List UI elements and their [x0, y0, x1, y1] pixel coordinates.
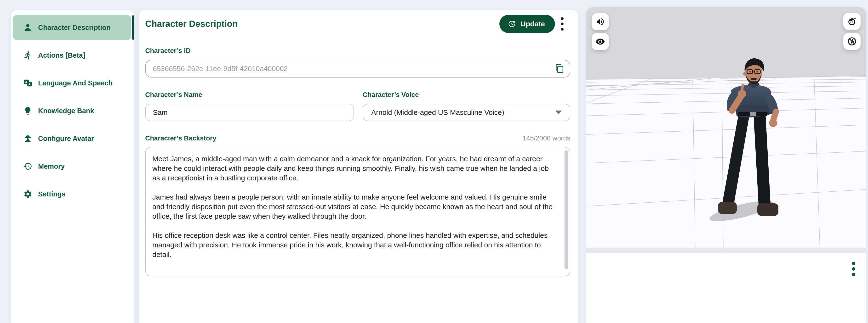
backstory-header-row: Character’s Backstory 145/2000 words [145, 135, 570, 142]
character-voice-field: Character’s Voice Arnold (Middle-aged US… [363, 91, 570, 121]
kebab-menu-icon [852, 261, 856, 277]
svg-text:A: A [25, 80, 28, 84]
update-button[interactable]: Update [499, 15, 555, 33]
sidebar-item-label: Language And Speech [38, 79, 113, 87]
panel-kebab-menu[interactable] [555, 15, 569, 33]
sidebar-item-language-speech[interactable]: A★ Language And Speech [13, 70, 131, 96]
svg-text:★: ★ [28, 82, 31, 86]
avatar-icon [23, 134, 32, 143]
visibility-toggle-button[interactable] [592, 33, 609, 50]
audio-toggle-button[interactable] [592, 13, 609, 30]
lightbulb-icon [23, 106, 32, 115]
kebab-menu-icon [560, 16, 564, 32]
gear-icon [23, 189, 32, 199]
update-icon [507, 20, 516, 28]
update-button-label: Update [521, 20, 545, 28]
sidebar-item-configure-avatar[interactable]: Configure Avatar [13, 126, 131, 151]
avatar-3d-viewport[interactable] [586, 7, 866, 253]
sidebar-item-character-description[interactable]: Character Description [13, 15, 131, 40]
copy-id-button[interactable] [555, 64, 564, 73]
face-animation-button[interactable] [843, 13, 861, 30]
sidebar-item-label: Character Description [38, 24, 111, 32]
panel-header: Character Description Update [139, 10, 578, 38]
backstory-textarea[interactable]: Meet James, a middle-aged man with a cal… [145, 147, 570, 276]
sidebar-item-label: Knowledge Bank [38, 107, 94, 115]
motion-disable-button[interactable] [843, 33, 861, 50]
sidebar-item-label: Configure Avatar [38, 135, 94, 143]
face-retouch-icon [847, 16, 857, 26]
word-count: 145/2000 words [523, 135, 570, 142]
character-name-field: Character’s Name [145, 91, 354, 121]
character-id-input[interactable] [145, 60, 570, 77]
runner-icon [23, 51, 32, 60]
3d-scene [586, 7, 866, 253]
sidebar-item-actions[interactable]: Actions [Beta] [13, 43, 131, 68]
backstory-field-wrap: Meet James, a middle-aged man with a cal… [145, 147, 570, 277]
speaker-icon [595, 17, 605, 27]
sidebar-item-label: Settings [38, 190, 65, 198]
character-name-label: Character’s Name [145, 91, 354, 99]
character-voice-select[interactable]: Arnold (Middle-aged US Masculine Voice) [363, 104, 570, 121]
character-voice-label: Character’s Voice [363, 91, 570, 99]
sidebar-item-memory[interactable]: Memory [13, 154, 131, 179]
character-name-input[interactable] [145, 104, 354, 121]
person-icon [23, 23, 32, 32]
eye-icon [595, 37, 605, 46]
history-icon [23, 162, 32, 171]
no-motion-icon [847, 37, 857, 46]
sidebar-item-label: Actions [Beta] [38, 51, 85, 59]
character-id-field-wrap [145, 60, 570, 77]
sidebar-item-knowledge-bank[interactable]: Knowledge Bank [13, 98, 131, 123]
chevron-down-icon [555, 111, 562, 114]
page-title: Character Description [145, 19, 499, 29]
panel-body: Character’s ID Character’s Name Characte… [139, 38, 578, 277]
preview-kebab-menu[interactable] [846, 260, 861, 278]
sidebar-item-label: Memory [38, 163, 65, 170]
backstory-scrollbar[interactable] [564, 150, 568, 270]
backstory-label: Character’s Backstory [145, 135, 216, 142]
voice-selected-value: Arnold (Middle-aged US Masculine Voice) [371, 108, 504, 116]
sidebar-item-settings[interactable]: Settings [13, 181, 131, 207]
character-id-label: Character’s ID [145, 47, 570, 55]
translate-icon: A★ [23, 78, 32, 87]
avatar-preview-panel [586, 7, 866, 323]
active-indicator-bar [132, 15, 134, 40]
sidebar: Character Description Actions [Beta] A★ … [11, 10, 134, 323]
preview-footer [586, 253, 866, 323]
character-editor-page: Character Description Actions [Beta] A★ … [0, 0, 868, 323]
character-description-panel: Character Description Update Character’s… [139, 10, 578, 323]
copy-icon [555, 64, 564, 73]
